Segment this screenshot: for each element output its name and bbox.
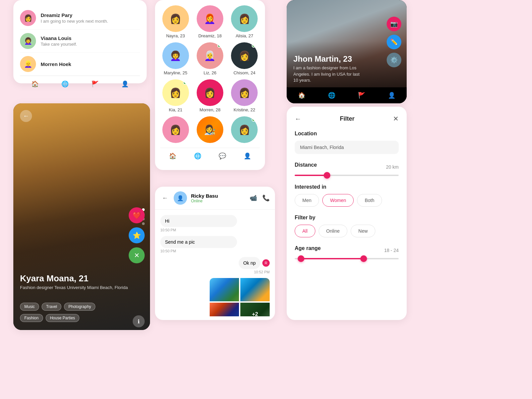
bottom-nav-grid: 🏠 🌐 💬 👤 (160, 148, 260, 164)
settings-button[interactable]: ⚙️ (387, 53, 401, 67)
profile-cell-alisia[interactable]: 👩 Alisia, 27 (229, 5, 260, 38)
info-button[interactable]: ℹ (133, 315, 145, 327)
nav-home-icon[interactable]: 🏠 (30, 79, 40, 89)
chat-status: Online (191, 199, 218, 203)
tag-photography[interactable]: Photography (64, 303, 95, 311)
pill-women[interactable]: Women (322, 194, 354, 207)
avatar-p12: 👩 (231, 116, 258, 143)
profile-cell-maryline[interactable]: 👩‍🦱 Maryline, 25 (160, 42, 191, 75)
profile-cell-p12[interactable]: 👩 (229, 116, 260, 144)
avatar-dreamiz: 👩 (20, 10, 36, 26)
pill-new[interactable]: New (351, 225, 375, 237)
nav-globe2-icon[interactable]: 🌐 (193, 151, 202, 161)
profile-cell-nayra[interactable]: 👩 Nayra, 23 (160, 5, 191, 38)
profile-nav-globe[interactable]: 🌐 (327, 91, 336, 100)
profile-cell-p10[interactable]: 👩 (160, 116, 191, 144)
nav-home2-icon[interactable]: 🏠 (168, 151, 177, 161)
distance-slider-thumb[interactable] (324, 172, 330, 179)
nav-person-icon[interactable]: 👤 (120, 79, 130, 89)
cross-button[interactable]: ✕ (129, 247, 145, 263)
chat-back-icon[interactable]: ← (160, 193, 170, 203)
profile-cell-p11[interactable]: 👩‍🎨 (195, 116, 225, 144)
avatar-viaana: 👩‍🦱 (20, 33, 36, 49)
filter-filterby-label: Filter by (295, 215, 399, 221)
nav-chat-icon[interactable]: 🚩 (90, 79, 100, 89)
tag-fashion[interactable]: Fashion (20, 314, 43, 322)
edit-button[interactable]: ✏️ (387, 35, 401, 49)
chat-info-2: Viaana Louis Take care yourself. (41, 35, 77, 47)
pill-all[interactable]: All (295, 225, 315, 237)
profile-nav-person[interactable]: 👤 (387, 91, 396, 100)
age-thumb-max[interactable] (360, 255, 367, 262)
filter-panel-card: ← Filter ✕ Location Distance 20 km Inter… (287, 107, 407, 320)
filter-back-icon[interactable]: ← (295, 115, 301, 123)
filter-interested-section: Interested in Men Women Both (295, 184, 399, 207)
filter-age-label-row: Age range 18 - 24 (295, 245, 399, 255)
online-dot-chisom (252, 44, 256, 48)
profile-name-maryline: Maryline, 25 (164, 70, 187, 75)
pill-online[interactable]: Online (319, 225, 347, 237)
pill-men[interactable]: Men (295, 194, 319, 207)
profile-nav-home[interactable]: 🏠 (297, 91, 306, 100)
photo-profile-card: ← ❤️ ⭐ ✕ Kyara Moana, 21 Fashion designe… (13, 103, 150, 330)
chat-msg-1: I am going to new york next month. (41, 19, 108, 24)
nav-person2-icon[interactable]: 👤 (243, 151, 252, 161)
filter-distance-value: 20 km (386, 164, 399, 170)
star-button[interactable]: ⭐ (129, 227, 145, 243)
profile-name: Jhon Martin, 23 (293, 54, 360, 64)
chat-item-3[interactable]: 👱‍♀️ Morren Hoek (20, 53, 140, 76)
chat-info-1: Dreamiz Pary I am going to new york next… (41, 12, 108, 24)
filter-age-section: Age range 18 - 24 (295, 245, 399, 259)
profile-bottom-nav: 🏠 🌐 🚩 👤 (287, 87, 407, 103)
distance-slider-fill (295, 175, 326, 176)
age-thumb-min[interactable] (298, 255, 304, 262)
profile-tags: Music Travel Photography (20, 303, 95, 311)
profile-bio: I am a fashion designer from Los Angeles… (293, 65, 360, 83)
chat-header-icons: 📹 📞 (250, 194, 270, 202)
profile-cell-kia[interactable]: 👩 Kia, 21 (160, 79, 191, 112)
profile-action-buttons: 📷 ✏️ ⚙️ (387, 17, 401, 67)
avatar-morren: 👱‍♀️ (20, 56, 36, 72)
profile-name-alisia: Alisia, 27 (236, 33, 253, 38)
filter-close-icon[interactable]: ✕ (393, 115, 399, 123)
bottom-nav-chat: 🏠 🌐 🚩 👤 (20, 76, 140, 92)
profile-cell-chisom[interactable]: 👩 Chisom, 24 (229, 42, 260, 75)
filter-title: Filter (340, 115, 354, 122)
msg-oknp: Ok np R 10:52 PM (160, 257, 270, 274)
profile-cell-liz[interactable]: 👩‍🦳 Liz, 26 (195, 42, 225, 75)
filter-location-label: Location (295, 131, 399, 137)
video-call-icon[interactable]: 📹 (250, 194, 257, 202)
camera-button[interactable]: 📷 (387, 17, 401, 31)
photo-action-buttons: ❤️ ⭐ ✕ (129, 207, 145, 263)
msg-time-hi: 10:50 PM (160, 228, 270, 232)
msg-hi: Hi 10:50 PM (160, 215, 270, 232)
pill-both[interactable]: Both (357, 194, 382, 207)
chat-header: ← 👤 Ricky Basu Online 📹 📞 (155, 187, 275, 210)
filter-location-input[interactable] (295, 141, 399, 154)
phone-icon[interactable]: 📞 (262, 194, 270, 202)
profile-cell-dreamiz[interactable]: 👩‍🦰 Dreamiz, 18 (195, 5, 225, 38)
distance-slider-track[interactable] (295, 175, 399, 176)
chat-item-2[interactable]: 👩‍🦱 Viaana Louis Take care yourself. (20, 30, 140, 53)
profile-name-nayra: Nayra, 23 (166, 33, 185, 38)
tag-travel[interactable]: Travel (42, 303, 61, 311)
avatar-p10: 👩 (162, 116, 189, 143)
profile-cell-morren[interactable]: 👩 Morren, 28 (195, 79, 225, 112)
profile-cell-kristine[interactable]: 👩 Kristine, 22 (229, 79, 260, 112)
messages-list: Hi 10:50 PM Send me a pic 10:50 PM Ok np… (155, 210, 275, 316)
profile-name-kristine: Kristine, 22 (234, 107, 255, 112)
chat-username: Ricky Basu (191, 193, 218, 199)
more-tags: Fashion House Parties (20, 314, 79, 322)
msg-images: +2 10:52 PM R (210, 278, 270, 316)
age-slider[interactable] (295, 258, 399, 259)
back-button[interactable]: ← (20, 110, 32, 122)
info-btn-area: ℹ (133, 315, 145, 327)
nav-chat2-icon[interactable]: 💬 (218, 151, 227, 161)
tag-house-parties[interactable]: House Parties (46, 314, 79, 322)
tag-music[interactable]: Music (20, 303, 39, 311)
nav-globe-icon[interactable]: 🌐 (60, 79, 70, 89)
avatar-nayra: 👩 (162, 5, 189, 32)
chat-item-1[interactable]: 👩 Dreamiz Pary I am going to new york ne… (20, 7, 140, 30)
like-button[interactable]: ❤️ (129, 207, 145, 223)
profile-nav-flag[interactable]: 🚩 (357, 91, 366, 100)
